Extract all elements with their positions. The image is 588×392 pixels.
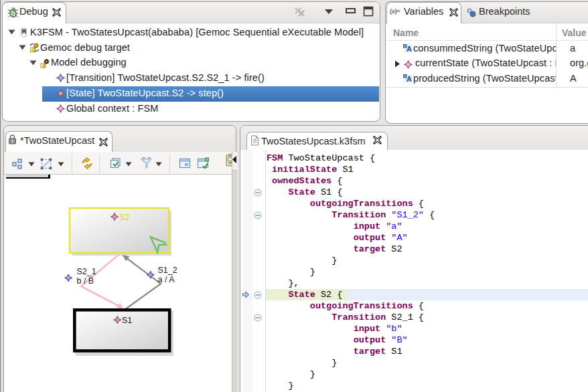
svg-text:S1: S1	[122, 316, 132, 325]
svg-text:S2_1: S2_1	[77, 267, 96, 276]
svg-text:S2: S2	[119, 213, 129, 222]
svg-text:A: A	[407, 75, 412, 83]
svg-text:a / A: a / A	[158, 275, 175, 284]
svg-text:S1_2: S1_2	[158, 266, 177, 275]
svg-text:b / B: b / B	[77, 276, 94, 286]
svg-text:A: A	[407, 45, 412, 53]
